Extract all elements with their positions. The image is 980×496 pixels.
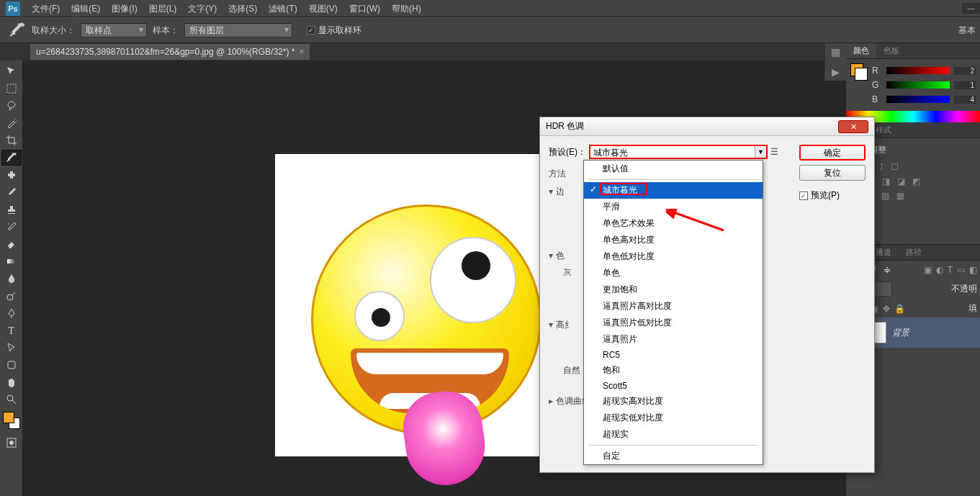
preset-option-mono[interactable]: 单色 xyxy=(584,265,763,281)
g-value[interactable]: 1 xyxy=(954,81,976,89)
filter-smart-icon[interactable]: ◧ xyxy=(969,265,977,275)
tab-color[interactable]: 颜色 xyxy=(846,43,876,58)
menu-text[interactable]: 文字(Y) xyxy=(182,0,222,17)
preset-label: 预设(E)： xyxy=(549,146,586,158)
curves-icon[interactable]: ⤴ xyxy=(879,162,884,172)
brush-tool[interactable] xyxy=(1,184,22,200)
dialog-titlebar[interactable]: HDR 色调 ✕ xyxy=(540,117,874,136)
preset-option-photo-high[interactable]: 逼真照片高对比度 xyxy=(584,298,763,315)
lasso-tool[interactable] xyxy=(1,98,22,114)
svg-rect-3 xyxy=(7,259,16,263)
r-value[interactable]: 2 xyxy=(954,67,976,75)
photo-filter-icon[interactable]: ◩ xyxy=(912,176,920,186)
history-icon[interactable]: ▦ xyxy=(831,46,840,58)
foreground-swatch[interactable] xyxy=(3,412,14,423)
b-value[interactable]: 4 xyxy=(954,96,976,104)
preset-option-mono-artistic[interactable]: 单色艺术效果 xyxy=(584,215,763,232)
gradient-map-icon[interactable]: ▦ xyxy=(896,191,904,201)
path-select-tool[interactable] xyxy=(1,340,22,356)
preset-option-more-sat[interactable]: 更加饱和 xyxy=(584,281,763,298)
heal-tool[interactable] xyxy=(1,167,22,183)
preset-menu-icon[interactable]: ☰ xyxy=(770,147,778,157)
filter-pixel-icon[interactable]: ▣ xyxy=(924,265,932,275)
eyedropper-tool[interactable] xyxy=(1,150,22,166)
bw-icon[interactable]: ◪ xyxy=(897,176,905,186)
preset-option-mono-high[interactable]: 单色高对比度 xyxy=(584,232,763,248)
document-tab-label: u=2684233735,3898701102&fm=26&gp=0.jpg @… xyxy=(36,47,295,57)
menu-view[interactable]: 视图(V) xyxy=(303,0,343,17)
menu-layer[interactable]: 图层(L) xyxy=(143,0,183,17)
preset-option-mono-low[interactable]: 单色低对比度 xyxy=(584,248,763,265)
options-bar: 取样大小： 取样点 样本： 所有图层 ✓ 显示取样环 基本 xyxy=(0,17,980,43)
fill-label: 填 xyxy=(968,302,977,315)
lock-all-icon[interactable]: 🔒 xyxy=(894,304,905,314)
preset-option-surreal[interactable]: 超现实 xyxy=(584,426,763,443)
eyedropper-icon xyxy=(9,22,26,39)
sample-size-label: 取样大小： xyxy=(32,24,75,37)
color-panel: R2 G1 B4 xyxy=(846,59,980,112)
balance-icon[interactable]: ◨ xyxy=(882,176,890,186)
preset-option-surreal-high[interactable]: 超现实高对比度 xyxy=(584,393,763,410)
gradient-tool[interactable] xyxy=(1,253,22,269)
menu-select[interactable]: 选择(S) xyxy=(222,0,263,17)
chevron-down-icon[interactable]: ▼ xyxy=(755,146,766,158)
threshold-icon[interactable]: ▨ xyxy=(881,191,889,201)
crop-tool[interactable] xyxy=(1,132,22,148)
preset-option-default[interactable]: 默认值 xyxy=(584,161,763,177)
preset-option-rc5[interactable]: RC5 xyxy=(584,348,763,362)
menu-window[interactable]: 窗口(W) xyxy=(343,0,386,17)
ok-button[interactable]: 确定 xyxy=(799,145,866,161)
type-tool[interactable]: T xyxy=(1,323,22,338)
menu-filter[interactable]: 滤镜(T) xyxy=(263,0,302,17)
sample-select[interactable]: 所有图层 xyxy=(184,23,292,37)
filter-shape-icon[interactable]: ▭ xyxy=(957,265,965,275)
menu-help[interactable]: 帮助(H) xyxy=(386,0,427,17)
tab-paths[interactable]: 路径 xyxy=(899,245,929,260)
preset-option-custom[interactable]: 自定 xyxy=(584,448,763,464)
lock-position-icon[interactable]: ✥ xyxy=(883,304,890,314)
preset-option-scott5[interactable]: Scott5 xyxy=(584,379,763,393)
stamp-tool[interactable] xyxy=(1,202,22,217)
show-ring-checkbox[interactable]: ✓ 显示取样环 xyxy=(307,24,361,37)
preview-label: 预览(P) xyxy=(811,189,840,202)
preset-option-sat[interactable]: 饱和 xyxy=(584,362,763,379)
menu-edit[interactable]: 编辑(E) xyxy=(66,0,106,17)
eraser-tool[interactable] xyxy=(1,236,22,252)
actions-icon[interactable]: ▶ xyxy=(832,66,840,78)
preview-checkbox[interactable]: ✓预览(P) xyxy=(799,189,866,202)
marquee-tool[interactable] xyxy=(1,81,22,96)
document-tab[interactable]: u=2684233735,3898701102&fm=26&gp=0.jpg @… xyxy=(30,44,310,60)
preset-combobox[interactable]: 城市暮光 ▼ xyxy=(589,145,768,159)
blur-tool[interactable] xyxy=(1,271,22,287)
color-panel-tabs: 颜色 色板 xyxy=(846,43,980,59)
dialog-close-button[interactable]: ✕ xyxy=(838,120,868,133)
window-controls: — xyxy=(960,3,980,14)
menu-image[interactable]: 图像(I) xyxy=(106,0,143,17)
zoom-tool[interactable] xyxy=(1,392,22,407)
filter-adjust-icon[interactable]: ◐ xyxy=(936,265,943,275)
dodge-tool[interactable] xyxy=(1,288,22,304)
filter-type-icon[interactable]: T xyxy=(948,265,953,275)
shape-tool[interactable] xyxy=(1,357,22,373)
preset-option-photo[interactable]: 逼真照片 xyxy=(584,331,763,348)
wand-tool[interactable] xyxy=(1,115,22,131)
minimize-button[interactable]: — xyxy=(962,3,980,14)
emoji-image xyxy=(311,204,541,435)
preset-option-surreal-low[interactable]: 超现实低对比度 xyxy=(584,410,763,426)
move-tool[interactable] xyxy=(1,63,22,79)
exposure-icon[interactable]: ☐ xyxy=(891,162,899,172)
pen-tool[interactable] xyxy=(1,305,22,321)
close-tab-icon[interactable]: × xyxy=(299,47,304,57)
preset-option-photo-low[interactable]: 逼真照片低对比度 xyxy=(584,315,763,331)
workspace-basic[interactable]: 基本 xyxy=(958,24,980,37)
sample-size-select[interactable]: 取样点 xyxy=(81,23,147,37)
hand-tool[interactable] xyxy=(1,374,22,390)
tab-swatches[interactable]: 色板 xyxy=(876,43,907,58)
history-brush-tool[interactable] xyxy=(1,219,22,235)
menu-file[interactable]: 文件(F) xyxy=(26,0,66,17)
color-swatches[interactable] xyxy=(0,412,22,433)
reset-button[interactable]: 复位 xyxy=(799,165,866,181)
quickmask-tool[interactable] xyxy=(1,435,22,451)
preset-option-flat[interactable]: 平滑 xyxy=(584,199,763,215)
preset-option-city-twilight[interactable]: 城市暮光 xyxy=(584,182,763,199)
